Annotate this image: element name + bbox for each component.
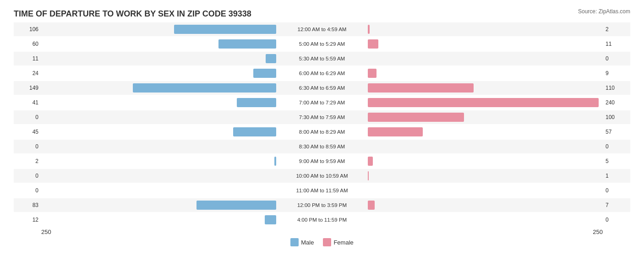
bar-male xyxy=(274,157,276,166)
right-value: 0 xyxy=(603,143,630,150)
bar-male xyxy=(233,127,277,136)
time-label: 12:00 PM to 3:59 PM xyxy=(297,202,347,208)
bars-center: 8:00 AM to 8:29 AM xyxy=(41,125,603,139)
bar-row: 0 10:00 AM to 10:59 AM 1 xyxy=(14,169,630,183)
chart-container: TIME OF DEPARTURE TO WORK BY SEX IN ZIP … xyxy=(0,0,644,272)
bar-female xyxy=(368,69,377,78)
bars-center: 12:00 AM to 4:59 AM xyxy=(41,22,603,36)
bar-row: 0 7:30 AM to 7:59 AM 100 xyxy=(14,110,630,124)
time-label: 6:30 AM to 6:59 AM xyxy=(299,85,345,91)
left-value: 0 xyxy=(14,114,41,120)
bar-row: 0 8:30 AM to 8:59 AM 0 xyxy=(14,140,630,153)
bars-center: 5:30 AM to 5:59 AM xyxy=(41,52,603,65)
bar-male xyxy=(218,39,276,49)
time-label: 7:00 AM to 7:29 AM xyxy=(299,100,345,105)
bars-center: 7:00 AM to 7:29 AM xyxy=(41,96,603,109)
right-value: 11 xyxy=(603,41,630,47)
time-label: 11:00 AM to 11:59 AM xyxy=(296,188,348,193)
chart-source: Source: ZipAtlas.com xyxy=(578,8,630,15)
time-label: 8:30 AM to 8:59 AM xyxy=(299,144,345,149)
right-value: 0 xyxy=(603,217,630,223)
time-label: 4:00 PM to 11:59 PM xyxy=(297,217,347,223)
right-value: 1 xyxy=(603,173,630,179)
male-legend-box xyxy=(290,238,299,246)
time-label: 8:00 AM to 8:29 AM xyxy=(299,129,345,135)
bar-male xyxy=(265,215,276,224)
right-value: 2 xyxy=(603,26,630,33)
bar-male xyxy=(174,25,276,34)
right-value: 5 xyxy=(603,158,630,164)
bars-center: 10:00 AM to 10:59 AM xyxy=(41,169,603,183)
right-value: 0 xyxy=(603,187,630,194)
bars-center: 6:30 AM to 6:59 AM xyxy=(41,81,603,95)
bars-center: 5:00 AM to 5:29 AM xyxy=(41,37,603,51)
bar-female xyxy=(368,171,369,180)
time-label: 12:00 AM to 4:59 AM xyxy=(298,27,347,32)
bars-center: 9:00 AM to 9:59 AM xyxy=(41,154,603,168)
time-label: 5:00 AM to 5:29 AM xyxy=(299,41,345,47)
bar-row: 11 5:30 AM to 5:59 AM 0 xyxy=(14,52,630,65)
right-value: 100 xyxy=(603,114,630,120)
left-value: 41 xyxy=(14,99,41,106)
bar-row: 41 7:00 AM to 7:29 AM 240 xyxy=(14,96,630,109)
bar-male xyxy=(266,54,276,63)
bar-female xyxy=(368,127,423,136)
time-label: 9:00 AM to 9:59 AM xyxy=(299,158,345,164)
right-value: 240 xyxy=(603,99,630,106)
legend: Male Female xyxy=(14,238,630,246)
left-value: 60 xyxy=(14,41,41,47)
bars-center: 4:00 PM to 11:59 PM xyxy=(41,213,603,227)
left-value: 149 xyxy=(14,85,41,91)
bar-female xyxy=(368,25,370,34)
bar-female xyxy=(368,157,373,166)
left-value: 12 xyxy=(14,217,41,223)
left-value: 83 xyxy=(14,202,41,208)
bar-female xyxy=(368,83,474,92)
left-value: 2 xyxy=(14,158,41,164)
left-value: 106 xyxy=(14,26,41,33)
bar-row: 106 12:00 AM to 4:59 AM 2 xyxy=(14,22,630,36)
bar-male xyxy=(133,83,276,92)
bar-female xyxy=(368,113,464,122)
bar-right-wrap xyxy=(322,98,599,107)
left-value: 11 xyxy=(14,55,41,62)
axis-right: 250 xyxy=(593,228,603,235)
bar-row: 12 4:00 PM to 11:59 PM 0 xyxy=(14,213,630,227)
left-value: 0 xyxy=(14,173,41,179)
bar-row: 149 6:30 AM to 6:59 AM 110 xyxy=(14,81,630,95)
bar-female xyxy=(368,201,375,210)
right-value: 7 xyxy=(603,202,630,208)
female-label: Female xyxy=(333,239,353,246)
bars-center: 6:00 AM to 6:29 AM xyxy=(41,66,603,80)
right-value: 9 xyxy=(603,70,630,76)
time-label: 6:00 AM to 6:29 AM xyxy=(299,71,345,76)
bar-row: 24 6:00 AM to 6:29 AM 9 xyxy=(14,66,630,80)
bars-center: 8:30 AM to 8:59 AM xyxy=(41,140,603,153)
bar-male xyxy=(253,69,276,78)
time-label: 7:30 AM to 7:59 AM xyxy=(299,114,345,120)
male-label: Male xyxy=(301,239,314,246)
axis-labels: 250 250 xyxy=(14,228,630,235)
left-value: 0 xyxy=(14,187,41,194)
right-value: 110 xyxy=(603,85,630,91)
left-value: 24 xyxy=(14,70,41,76)
bar-row: 60 5:00 AM to 5:29 AM 11 xyxy=(14,37,630,51)
time-label: 5:30 AM to 5:59 AM xyxy=(299,56,345,61)
legend-male: Male xyxy=(290,238,314,246)
chart-title: TIME OF DEPARTURE TO WORK BY SEX IN ZIP … xyxy=(14,9,630,19)
bar-row: 83 12:00 PM to 3:59 PM 7 xyxy=(14,198,630,212)
bars-center: 12:00 PM to 3:59 PM xyxy=(41,198,603,212)
legend-female: Female xyxy=(323,238,353,246)
time-label: 10:00 AM to 10:59 AM xyxy=(296,173,348,179)
bar-left-wrap xyxy=(133,83,322,92)
chart-area: 106 12:00 AM to 4:59 AM 2 60 5:00 AM to … xyxy=(14,22,630,227)
bars-center: 7:30 AM to 7:59 AM xyxy=(41,110,603,124)
bar-row: 2 9:00 AM to 9:59 AM 5 xyxy=(14,154,630,168)
right-value: 57 xyxy=(603,129,630,135)
bar-female xyxy=(368,39,378,49)
axis-left: 250 xyxy=(41,228,51,235)
left-value: 0 xyxy=(14,143,41,150)
female-legend-box xyxy=(323,238,331,246)
bar-row: 45 8:00 AM to 8:29 AM 57 xyxy=(14,125,630,139)
bars-center: 11:00 AM to 11:59 AM xyxy=(41,184,603,197)
